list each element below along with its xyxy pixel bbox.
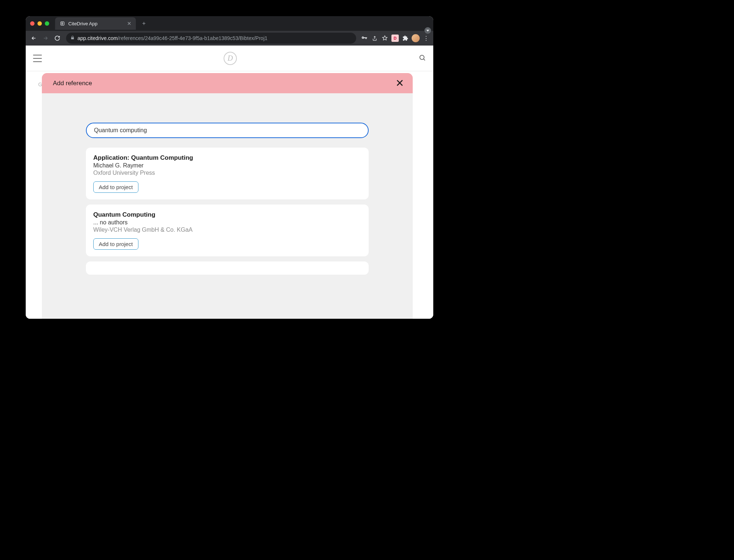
search-icon[interactable]: [419, 54, 426, 63]
profile-avatar[interactable]: [411, 34, 420, 43]
window-controls: [30, 21, 49, 26]
app-logo-icon: D: [224, 52, 237, 65]
url-path: /references/24a99c46-25ff-4e73-9f5a-b1ab…: [118, 35, 268, 41]
browser-menu-icon[interactable]: ⋮: [422, 34, 430, 43]
minimize-window-button[interactable]: [37, 21, 42, 26]
add-to-project-button[interactable]: Add to project: [93, 238, 138, 250]
search-results: Application: Quantum Computing Michael G…: [86, 148, 369, 275]
result-author: ... no authors: [93, 219, 361, 226]
result-card-partial: [86, 261, 369, 275]
hamburger-menu-button[interactable]: [33, 55, 42, 62]
maximize-window-button[interactable]: [45, 21, 49, 26]
reload-button[interactable]: [52, 33, 62, 43]
result-card: Application: Quantum Computing Michael G…: [86, 148, 369, 199]
close-window-button[interactable]: [30, 21, 35, 26]
browser-toolbar: app.citedrive.com/references/24a99c46-25…: [26, 31, 433, 46]
result-title: Application: Quantum Computing: [93, 154, 361, 162]
account-dropdown-icon[interactable]: [424, 27, 431, 34]
add-reference-modal: Add reference ✕ Application: Quantum Com…: [42, 73, 413, 319]
extension-citedrive-icon[interactable]: D: [391, 34, 399, 43]
close-icon[interactable]: ✕: [395, 78, 404, 88]
new-tab-button[interactable]: +: [140, 20, 148, 27]
modal-title: Add reference: [53, 80, 92, 87]
page-content: D Gr Add reference ✕ Application: Quantu…: [26, 46, 433, 319]
modal-header: Add reference ✕: [42, 73, 413, 93]
browser-tab[interactable]: CiteDrive App ✕: [55, 17, 136, 30]
result-title: Quantum Computing: [93, 211, 361, 218]
tab-favicon-icon: [59, 21, 65, 26]
add-to-project-button[interactable]: Add to project: [93, 181, 138, 193]
reference-search-input[interactable]: [86, 123, 369, 138]
forward-button[interactable]: [40, 33, 51, 43]
extensions-puzzle-icon[interactable]: [401, 34, 410, 43]
result-author: Michael G. Raymer: [93, 162, 361, 169]
back-button[interactable]: [29, 33, 39, 43]
titlebar: CiteDrive App ✕ +: [26, 16, 433, 31]
key-icon[interactable]: [360, 34, 369, 43]
svg-point-1: [420, 55, 424, 59]
share-icon[interactable]: [370, 34, 379, 43]
result-publisher: Wiley-VCH Verlag GmbH & Co. KGaA: [93, 227, 361, 233]
lock-icon: [70, 35, 75, 41]
address-bar[interactable]: app.citedrive.com/references/24a99c46-25…: [66, 33, 356, 44]
result-card: Quantum Computing ... no authors Wiley-V…: [86, 205, 369, 256]
browser-window: CiteDrive App ✕ + app.citedrive.com/refe…: [26, 16, 433, 319]
result-publisher: Oxford University Press: [93, 170, 361, 176]
svg-rect-0: [61, 22, 64, 25]
modal-body: Application: Quantum Computing Michael G…: [42, 93, 413, 275]
tab-title: CiteDrive App: [68, 21, 124, 26]
bookmark-star-icon[interactable]: [380, 34, 389, 43]
url-host: app.citedrive.com: [77, 35, 118, 41]
tab-close-icon[interactable]: ✕: [127, 21, 131, 26]
tab-strip: CiteDrive App ✕ +: [55, 17, 148, 30]
app-header: D: [26, 46, 433, 71]
